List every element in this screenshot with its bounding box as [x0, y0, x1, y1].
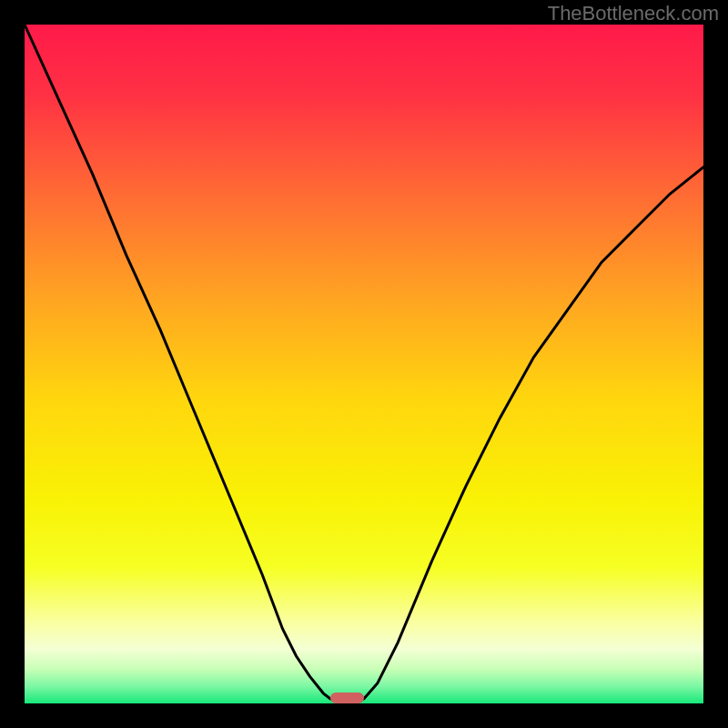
plot-area — [25, 25, 703, 703]
chart-container: TheBottleneck.com — [0, 0, 728, 728]
curve-right — [358, 167, 703, 702]
watermark-text: TheBottleneck.com — [548, 2, 719, 25]
bottleneck-marker — [330, 693, 364, 703]
curve-layer — [25, 25, 703, 703]
curve-left — [25, 25, 337, 702]
